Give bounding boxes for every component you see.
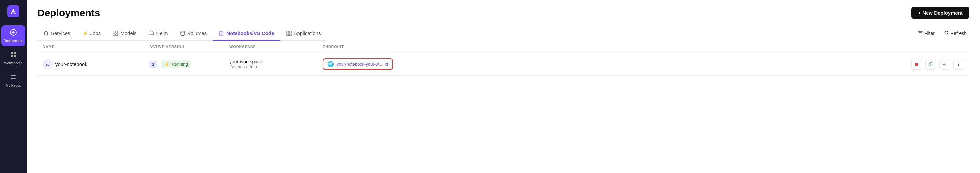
running-label: Running	[172, 62, 188, 67]
workspaces-icon	[10, 51, 17, 60]
sidebar-item-ml-repos[interactable]: ML Repos	[2, 70, 25, 91]
deployments-table: NAME ACTIVE VERSION WORKSPACE ENDPOINT p…	[37, 41, 969, 173]
notebook-icon: py	[43, 59, 52, 69]
filter-button[interactable]: Filter	[915, 29, 937, 37]
sidebar-item-workspaces-label: Workspaces	[4, 61, 23, 65]
svg-rect-2	[12, 12, 15, 13]
jobs-icon: ⚡	[82, 31, 88, 36]
svg-rect-8	[11, 75, 16, 76]
sidebar-item-ml-repos-label: ML Repos	[6, 84, 21, 88]
svg-point-16	[181, 31, 185, 33]
tab-services[interactable]: Services	[37, 27, 76, 40]
endpoint-container: 🌐 your-notebook-your-w... ⧉	[323, 58, 393, 70]
globe-icon: 🌐	[327, 61, 334, 67]
sidebar-item-deployments[interactable]: Deployments	[2, 25, 25, 46]
app-logo[interactable]	[6, 4, 21, 19]
page-header: Deployments + New Deployment	[37, 7, 969, 19]
tab-notebooks-label: Notebooks/VS Code	[226, 30, 274, 36]
refresh-icon	[944, 30, 949, 36]
column-actions	[911, 44, 964, 49]
row-actions-cell	[911, 59, 964, 70]
stop-button[interactable]	[912, 59, 922, 70]
svg-rect-11	[113, 31, 115, 33]
helm-icon	[149, 31, 154, 36]
notebook-name: your-notebook	[55, 61, 88, 67]
svg-rect-5	[14, 52, 16, 54]
tabs-bar: Services ⚡ Jobs Models	[37, 27, 327, 41]
deployments-icon	[10, 29, 17, 38]
models-icon	[113, 31, 118, 36]
svg-rect-12	[116, 31, 118, 33]
tab-helm[interactable]: Helm	[143, 27, 174, 40]
svg-rect-14	[116, 34, 118, 36]
running-icon: ⚡	[164, 62, 170, 67]
svg-rect-15	[149, 32, 154, 35]
svg-rect-9	[11, 77, 16, 77]
row-workspace-cell: your-workspace tfy-eaus-demo	[229, 59, 323, 69]
main-content: Deployments + New Deployment Services ⚡ …	[27, 0, 980, 173]
tab-applications-label: Applications	[294, 30, 321, 36]
more-options-button[interactable]	[953, 59, 964, 70]
sidebar-item-workspaces[interactable]: Workspaces	[2, 48, 25, 69]
tab-volumes-label: Volumes	[188, 30, 207, 36]
tab-models-label: Models	[120, 30, 136, 36]
tab-helm-label: Helm	[156, 30, 168, 36]
svg-rect-7	[14, 55, 16, 57]
tab-jobs[interactable]: ⚡ Jobs	[76, 27, 107, 40]
tab-services-label: Services	[51, 30, 70, 36]
table-header: NAME ACTIVE VERSION WORKSPACE ENDPOINT	[37, 41, 969, 53]
tab-models[interactable]: Models	[107, 27, 142, 40]
svg-rect-19	[287, 34, 289, 36]
applications-icon	[286, 31, 292, 36]
tab-applications[interactable]: Applications	[280, 27, 327, 40]
version-number: 1	[150, 61, 157, 68]
svg-point-24	[958, 62, 959, 63]
row-name-cell: py your-notebook	[43, 59, 150, 69]
workspace-sub: tfy-eaus-demo	[229, 64, 262, 69]
svg-point-25	[958, 63, 959, 64]
svg-point-26	[958, 65, 959, 66]
workspace-info: your-workspace tfy-eaus-demo	[229, 59, 262, 69]
sidebar-item-deployments-label: Deployments	[4, 39, 23, 43]
row-version-cell: 1 ⚡ Running	[150, 60, 229, 68]
row-endpoint-cell: 🌐 your-notebook-your-w... ⧉	[323, 58, 911, 70]
new-deployment-button[interactable]: + New Deployment	[912, 7, 969, 19]
tab-jobs-label: Jobs	[90, 30, 101, 36]
tab-notebooks[interactable]: Notebooks/VS Code	[213, 27, 280, 40]
volumes-icon	[180, 31, 185, 36]
metrics-button[interactable]	[939, 59, 950, 70]
table-row: py your-notebook 1 ⚡ Running your-worksp…	[37, 53, 969, 76]
notebooks-icon	[219, 31, 224, 36]
refresh-label: Refresh	[950, 31, 967, 36]
refresh-button[interactable]: Refresh	[941, 29, 969, 37]
column-active-version: ACTIVE VERSION	[150, 44, 229, 49]
services-icon	[43, 31, 49, 36]
svg-rect-23	[915, 63, 918, 66]
toolbar-right: Filter Refresh	[915, 29, 969, 41]
page-title: Deployments	[37, 7, 100, 19]
ml-repos-icon	[10, 73, 17, 83]
alert-button[interactable]	[925, 59, 936, 70]
svg-rect-4	[11, 52, 13, 54]
filter-icon	[918, 30, 923, 36]
column-workspace: WORKSPACE	[229, 44, 323, 49]
svg-rect-18	[290, 31, 291, 33]
svg-rect-6	[11, 55, 13, 57]
version-status-badge: ⚡ Running	[161, 60, 191, 68]
column-endpoint: ENDPOINT	[323, 44, 911, 49]
svg-rect-20	[290, 34, 291, 36]
workspace-name: your-workspace	[229, 59, 262, 64]
column-name: NAME	[43, 44, 150, 49]
copy-icon[interactable]: ⧉	[385, 61, 388, 67]
tab-volumes[interactable]: Volumes	[174, 27, 213, 40]
svg-text:py: py	[46, 63, 49, 66]
svg-rect-10	[11, 78, 16, 79]
filter-label: Filter	[924, 31, 935, 36]
endpoint-url[interactable]: your-notebook-your-w...	[337, 62, 382, 67]
svg-rect-17	[287, 31, 289, 33]
svg-rect-13	[113, 34, 115, 36]
sidebar: Deployments Workspaces ML Repos	[0, 0, 27, 173]
tabs-toolbar-row: Services ⚡ Jobs Models	[37, 27, 969, 41]
